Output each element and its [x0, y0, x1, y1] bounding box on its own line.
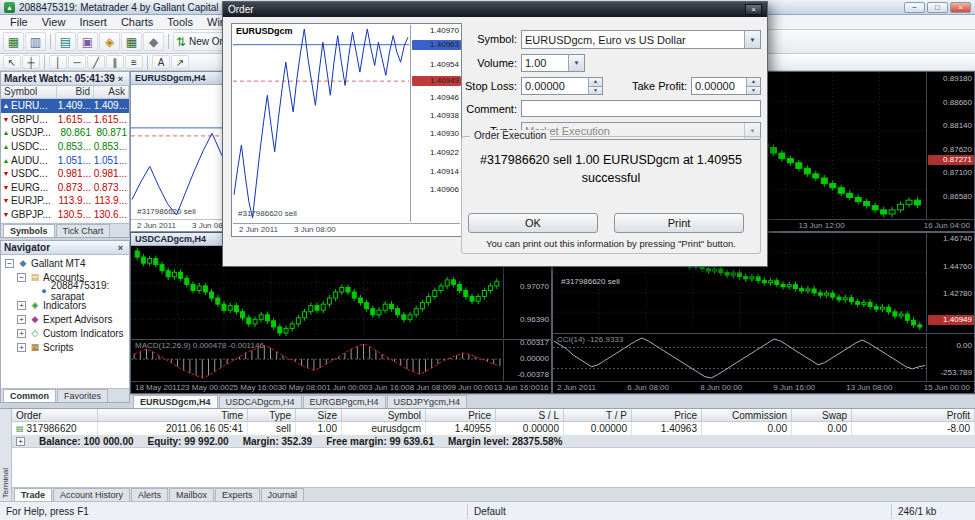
market-watch-row[interactable]: ▼EURJP...113.9...113.9...: [1, 194, 129, 208]
expand-icon[interactable]: +: [17, 343, 26, 352]
tab-favorites[interactable]: Favorites: [57, 389, 108, 402]
data-window-button[interactable]: ▣: [77, 32, 98, 51]
spin-down-icon[interactable]: ▼: [747, 87, 760, 95]
ok-button[interactable]: OK: [468, 213, 598, 233]
market-watch-row[interactable]: ▼EURG...0.873...0.873...: [1, 181, 129, 195]
profiles-button[interactable]: ▥: [25, 32, 46, 51]
axis-label: 13 Jun 12:00: [799, 221, 845, 230]
dialog-close-icon[interactable]: ×: [745, 4, 762, 15]
tree-item-custom-indicators[interactable]: +◇Custom Indicators: [1, 326, 129, 340]
terminal-column-size[interactable]: Size: [296, 409, 342, 421]
column-bid[interactable]: Bid: [57, 86, 94, 98]
text-label-button[interactable]: A: [152, 55, 170, 69]
stop-loss-stepper[interactable]: 0.00000 ▲▼: [521, 77, 603, 95]
menu-charts[interactable]: Charts: [114, 15, 160, 29]
expand-icon[interactable]: +: [17, 301, 26, 310]
terminal-side-tab[interactable]: Terminal: [0, 409, 12, 501]
market-watch-button[interactable]: ▤: [55, 32, 76, 51]
menu-tools[interactable]: Tools: [160, 15, 200, 29]
fibonacci-button[interactable]: ≡: [125, 55, 143, 69]
tab-symbols[interactable]: Symbols: [3, 224, 55, 237]
market-watch-row[interactable]: ▼GBPJP...130.5...130.6...: [1, 208, 129, 222]
chart-tab-usdcadgcm-h4[interactable]: USDCADgcm,H4: [219, 395, 302, 408]
terminal-column-commission[interactable]: Commission: [702, 409, 792, 421]
symbol-label: AUDU...: [11, 155, 57, 166]
market-watch-row[interactable]: ▼GBPU...1.615...1.615...: [1, 113, 129, 127]
crosshair-button[interactable]: ┼: [22, 55, 40, 69]
trendline-button[interactable]: ╱: [87, 55, 105, 69]
volume-select[interactable]: 1.00 ▼: [521, 54, 585, 72]
tab-common[interactable]: Common: [3, 389, 56, 402]
collapse-icon[interactable]: −: [17, 273, 26, 282]
column-ask[interactable]: Ask: [94, 86, 129, 98]
terminal-tab-mailbox[interactable]: Mailbox: [169, 488, 214, 501]
tree-item-expert-advisors[interactable]: +◆Expert Advisors: [1, 312, 129, 326]
spin-up-icon[interactable]: ▲: [747, 78, 760, 87]
new-chart-button[interactable]: ▦: [3, 32, 24, 51]
terminal-column-swap[interactable]: Swap: [792, 409, 852, 421]
maximize-button[interactable]: □: [927, 2, 948, 13]
tree-item-2088475319-sarapat[interactable]: ●2088475319: sarapat: [1, 284, 129, 298]
terminal-tab-alerts[interactable]: Alerts: [131, 488, 168, 501]
status-profile[interactable]: Default: [468, 504, 892, 519]
spin-up-icon[interactable]: ▲: [589, 78, 602, 87]
market-watch-row[interactable]: ▲AUDU...1.051...1.051...: [1, 153, 129, 167]
tab-tick-chart[interactable]: Tick Chart: [56, 224, 111, 237]
vertical-line-button[interactable]: │: [49, 55, 67, 69]
collapse-icon[interactable]: −: [5, 259, 14, 268]
chart-tab-eurgbpgcm-h4[interactable]: EURGBPgcm,H4: [303, 395, 386, 408]
terminal-column-price[interactable]: Price: [426, 409, 496, 421]
menu-insert[interactable]: Insert: [72, 15, 114, 29]
tree-item-scripts[interactable]: +▦Scripts: [1, 340, 129, 354]
open-order-row[interactable]: ▤3179866202011.06.16 05:41sell1.00eurusd…: [12, 422, 975, 435]
terminal-column-profit[interactable]: Profit: [852, 409, 975, 421]
market-watch-row[interactable]: ▼USDC...0.981...0.981...: [1, 167, 129, 181]
strategy-tester-button[interactable]: ◆: [143, 32, 164, 51]
terminal-column-time[interactable]: Time: [98, 409, 248, 421]
terminal-column-order[interactable]: Order: [12, 409, 98, 421]
terminal-tab-account-history[interactable]: Account History: [53, 488, 130, 501]
terminal-panel-button[interactable]: ▦: [121, 32, 142, 51]
navigator-button[interactable]: ◈: [99, 32, 120, 51]
minimize-button[interactable]: −: [904, 2, 925, 13]
arrow-tools-button[interactable]: ↗: [171, 55, 189, 69]
symbol-select[interactable]: EURUSDgcm, Euro vs US Dollar ▼: [521, 30, 761, 49]
down-arrow-icon: ▼: [1, 116, 11, 123]
chart-tab-usdjpygcm-h4[interactable]: USDJPYgcm,H4: [387, 395, 468, 408]
terminal-column-s-l[interactable]: S / L: [496, 409, 564, 421]
equidistant-channel-button[interactable]: ∥: [106, 55, 124, 69]
expand-icon[interactable]: +: [17, 329, 26, 338]
column-symbol[interactable]: Symbol: [1, 86, 57, 98]
terminal-column-t-p[interactable]: T / P: [564, 409, 632, 421]
expand-icon[interactable]: +: [16, 437, 25, 446]
menu-file[interactable]: File: [3, 15, 35, 29]
chevron-down-icon[interactable]: ▼: [568, 55, 584, 71]
menu-view[interactable]: View: [35, 15, 73, 29]
price-scale: 1.467401.447601.427801.40949: [926, 233, 974, 332]
comment-input[interactable]: [525, 101, 760, 116]
close-button[interactable]: ×: [950, 2, 971, 13]
terminal-column-type[interactable]: Type: [248, 409, 296, 421]
dialog-title-bar[interactable]: Order ×: [223, 2, 767, 17]
horizontal-line-button[interactable]: ─: [68, 55, 86, 69]
cursor-button[interactable]: ↖: [3, 55, 21, 69]
terminal-tab-trade[interactable]: Trade: [14, 488, 52, 501]
chevron-down-icon[interactable]: ▼: [744, 31, 760, 48]
fibonacci-icon: ≡: [131, 57, 137, 68]
take-profit-stepper[interactable]: 0.00000 ▲▼: [691, 77, 761, 95]
market-watch-row[interactable]: ▲EURU...1.409...1.409...: [1, 99, 129, 113]
terminal-tab-experts[interactable]: Experts: [215, 488, 260, 501]
close-icon[interactable]: ×: [115, 243, 126, 253]
terminal-column-symbol[interactable]: Symbol: [342, 409, 426, 421]
terminal-column-price[interactable]: Price: [632, 409, 702, 421]
market-watch-row[interactable]: ▲USDJP...80.86180.871: [1, 126, 129, 140]
spin-down-icon[interactable]: ▼: [589, 87, 602, 95]
market-watch-row[interactable]: ▲USDC...0.853...0.853...: [1, 140, 129, 154]
expand-icon[interactable]: +: [17, 315, 26, 324]
tree-item-gallant-mt4[interactable]: −◆Gallant MT4: [1, 256, 129, 270]
ask-value: 0.853...: [93, 141, 129, 152]
print-button[interactable]: Print: [614, 213, 744, 233]
close-icon[interactable]: ×: [115, 74, 126, 84]
chart-tab-eurusdgcm-h4[interactable]: EURUSDgcm,H4: [133, 395, 218, 408]
terminal-tab-journal[interactable]: Journal: [261, 488, 305, 501]
